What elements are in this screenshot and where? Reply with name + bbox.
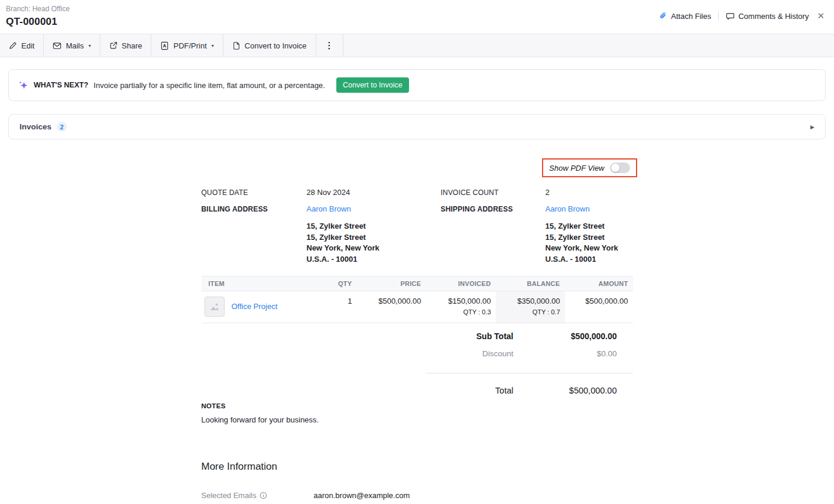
quote-date-label: QUOTE DATE	[202, 188, 307, 197]
edit-label: Edit	[21, 41, 34, 50]
item-image-placeholder-icon	[205, 297, 225, 317]
items-table: ITEM QTY PRICE INVOICED BALANCE AMOUNT O…	[202, 276, 633, 323]
total-label: Total	[426, 386, 514, 395]
pdf-print-label: PDF/Print	[173, 41, 206, 50]
totals-section: Sub Total $500,000.00 Discount $0.00 Tot…	[426, 331, 633, 395]
attach-files-label: Attach Files	[671, 12, 711, 21]
selected-emails-value: aaron.brown@example.com	[314, 491, 633, 500]
col-amount: AMOUNT	[565, 276, 633, 291]
caret-down-icon: ▾	[89, 43, 91, 48]
item-balance: $350,000.00 QTY : 0.7	[496, 291, 565, 323]
table-row: Office Project 1 $500,000.00 $150,000.00…	[202, 291, 633, 323]
address-line: New York, New York	[307, 243, 441, 254]
spacer	[441, 221, 546, 265]
invoices-label: Invoices	[20, 122, 51, 131]
close-icon[interactable]: ✕	[816, 11, 826, 21]
whats-next-banner: WHAT'S NEXT? Invoice partially for a spe…	[8, 69, 826, 101]
share-label: Share	[122, 41, 142, 50]
invoices-count-badge: 2	[57, 122, 67, 132]
comment-icon	[726, 12, 735, 21]
item-price: $500,000.00	[357, 291, 426, 323]
spacer	[202, 221, 307, 265]
sub-total-label: Sub Total	[426, 331, 514, 341]
share-icon	[109, 41, 118, 50]
convert-to-invoice-cta-button[interactable]: Convert to Invoice	[336, 77, 409, 93]
page-title: QT-000001	[6, 16, 70, 28]
address-line: 15, Zylker Street	[546, 232, 633, 243]
address-line: 15, Zylker Street	[546, 221, 633, 232]
toggle-knob	[611, 164, 619, 172]
shipping-address-label: SHIPPING ADDRESS	[441, 204, 546, 213]
more-information-section: More Information Selected Emails aaron.b…	[202, 461, 633, 500]
item-invoiced-qty: QTY : 0.3	[431, 308, 491, 316]
notes-label: NOTES	[202, 402, 633, 409]
invoices-panel-left: Invoices 2	[20, 122, 67, 132]
edit-button[interactable]: Edit	[0, 34, 44, 57]
page-header: Branch: Head Office QT-000001 Attach Fil…	[0, 0, 834, 34]
mails-label: Mails	[66, 41, 83, 50]
item-balance-amount: $350,000.00	[501, 297, 560, 305]
envelope-icon	[53, 41, 61, 50]
more-information-title: More Information	[202, 461, 633, 473]
pdf-toggle-row: Show PDF View	[202, 158, 637, 177]
show-pdf-view-highlight-box: Show PDF View	[542, 158, 637, 177]
item-amount: $500,000.00	[565, 291, 633, 323]
convert-to-invoice-label: Convert to Invoice	[245, 41, 307, 50]
comments-history-label: Comments & History	[738, 12, 809, 21]
more-actions-button[interactable]: ⋮	[316, 34, 343, 57]
mails-button[interactable]: Mails ▾	[44, 34, 100, 57]
discount-label: Discount	[426, 349, 514, 358]
caret-down-icon: ▾	[212, 43, 214, 48]
item-balance-qty: QTY : 0.7	[501, 308, 560, 316]
col-balance: BALANCE	[496, 276, 565, 291]
item-invoiced: $150,000.00 QTY : 0.3	[426, 291, 496, 323]
quote-date-value: 28 Nov 2024	[307, 188, 441, 197]
col-price: PRICE	[357, 276, 426, 291]
shipping-contact-link[interactable]: Aaron Brown	[546, 204, 590, 213]
header-actions: Attach Files Comments & History ✕	[659, 5, 826, 21]
selected-emails-label: Selected Emails	[202, 491, 314, 500]
share-button[interactable]: Share	[100, 34, 152, 57]
convert-to-invoice-button[interactable]: Convert to Invoice	[223, 34, 316, 57]
total-row: Total $500,000.00	[426, 386, 633, 395]
invoices-panel[interactable]: Invoices 2 ▶	[8, 114, 826, 139]
notes-text: Looking forward for your business.	[202, 415, 633, 424]
invoice-count-label: INVOICE COUNT	[441, 188, 546, 197]
totals-divider	[426, 373, 633, 373]
address-line: 15, Zylker Street	[307, 232, 441, 243]
col-item: ITEM	[202, 276, 317, 291]
address-line: 15, Zylker Street	[307, 221, 441, 232]
address-line: U.S.A. - 10001	[546, 254, 633, 265]
item-qty: 1	[317, 291, 357, 323]
item-name-link[interactable]: Office Project	[232, 302, 278, 311]
col-qty: QTY	[317, 276, 357, 291]
sparkle-icon	[18, 80, 28, 90]
pencil-icon	[9, 41, 17, 50]
info-icon[interactable]	[259, 492, 267, 499]
sub-total-value: $500,000.00	[514, 331, 633, 341]
comments-history-button[interactable]: Comments & History	[726, 12, 809, 21]
quote-detail: Show PDF View QUOTE DATE 28 Nov 2024 INV…	[202, 158, 633, 500]
document-icon	[232, 41, 241, 50]
attach-files-button[interactable]: Attach Files	[659, 12, 711, 21]
selected-emails-label-text: Selected Emails	[202, 491, 257, 500]
whats-next-message: Invoice partially for a specific line it…	[93, 81, 325, 90]
chevron-right-icon[interactable]: ▶	[810, 124, 814, 130]
whats-next-title: WHAT'S NEXT?	[34, 81, 88, 89]
address-line: U.S.A. - 10001	[307, 254, 441, 265]
shipping-address-block: 15, Zylker Street 15, Zylker Street New …	[546, 221, 633, 265]
pdf-print-button[interactable]: PDF/Print ▾	[151, 34, 223, 57]
discount-value: $0.00	[514, 349, 633, 358]
branch-label: Branch: Head Office	[6, 5, 70, 13]
billing-address-label: BILLING ADDRESS	[202, 204, 307, 213]
header-divider	[718, 11, 719, 21]
address-line: New York, New York	[546, 243, 633, 254]
pdf-icon	[160, 41, 169, 50]
show-pdf-view-toggle[interactable]	[610, 162, 630, 173]
selected-emails-row: Selected Emails aaron.brown@example.com	[202, 491, 633, 500]
invoice-count-value: 2	[546, 188, 633, 197]
billing-contact-link[interactable]: Aaron Brown	[307, 204, 351, 213]
item-invoiced-amount: $150,000.00	[431, 297, 491, 305]
sub-total-row: Sub Total $500,000.00	[426, 331, 633, 341]
header-left: Branch: Head Office QT-000001	[6, 5, 70, 28]
